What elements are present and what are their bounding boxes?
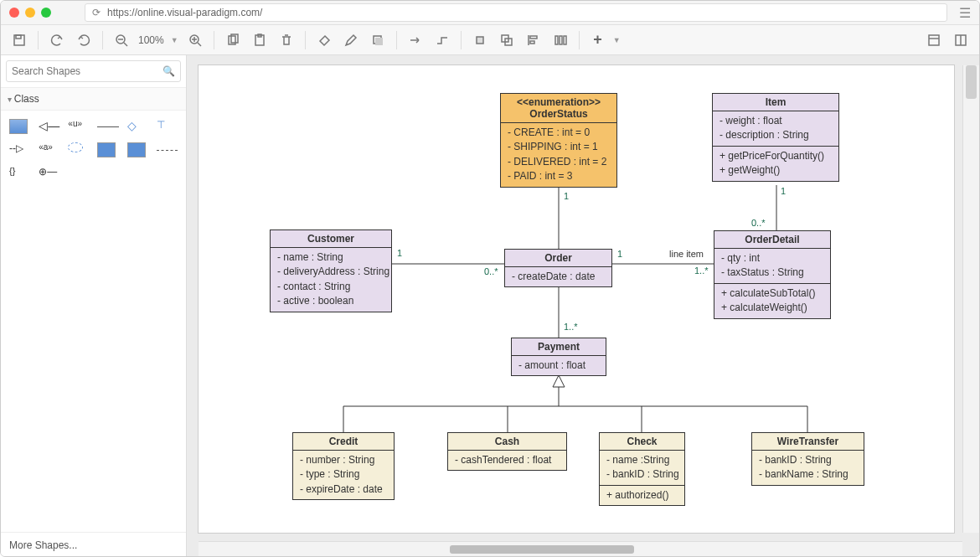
- class-credit[interactable]: Credit - number : String- type : String-…: [292, 432, 395, 500]
- shape-anchor[interactable]: [157, 150, 178, 151]
- copy-icon: [226, 34, 240, 47]
- trash-icon: [280, 34, 293, 47]
- class-orderdetail[interactable]: OrderDetail - qty : int- taxStatus : Str…: [714, 230, 831, 319]
- svg-rect-23: [560, 36, 562, 44]
- multiplicity-order-from-customer: 0..*: [484, 266, 498, 276]
- format-panel-button[interactable]: [922, 28, 946, 52]
- class-wiretransfer[interactable]: WireTransfer - bankID : String- bankName…: [751, 432, 864, 486]
- shapes-sidebar: 🔍 Class ◁— «u» ◇ ⊤ --▷ «a» {} ⊕— More Sh…: [1, 55, 187, 557]
- class-check[interactable]: Check - name :String- bankID : String + …: [599, 432, 685, 506]
- delete-button[interactable]: [275, 28, 298, 52]
- category-header-class[interactable]: Class: [1, 88, 186, 111]
- url-text: https://online.visual-paradigm.com/: [107, 7, 262, 18]
- svg-rect-16: [477, 37, 483, 44]
- pencil-icon: [344, 34, 358, 47]
- search-shapes: 🔍: [1, 55, 186, 88]
- assoc-label-lineitem: line item: [669, 249, 704, 259]
- back-button[interactable]: [495, 28, 518, 52]
- svg-line-3: [124, 43, 127, 46]
- svg-rect-24: [564, 36, 566, 44]
- align-button[interactable]: [522, 28, 545, 52]
- multiplicity-customer: 1: [397, 248, 402, 258]
- shape-note[interactable]: [127, 142, 146, 157]
- zoom-in-icon: [188, 34, 202, 47]
- class-payment[interactable]: Payment - amount : float: [511, 338, 606, 376]
- app-menu-icon[interactable]: ☰: [959, 5, 971, 21]
- waypoint-button[interactable]: [431, 28, 454, 52]
- multiplicity-detail-from-order: 1..*: [694, 266, 709, 276]
- window-controls: [9, 8, 51, 18]
- save-button[interactable]: [8, 28, 31, 52]
- multiplicity-item: 1: [781, 186, 786, 196]
- scrollbar-thumb-vertical[interactable]: [966, 65, 977, 99]
- close-window-button[interactable]: [9, 8, 19, 18]
- svg-rect-1: [16, 35, 21, 39]
- reload-icon[interactable]: ⟳: [92, 7, 101, 18]
- horizontal-scrollbar[interactable]: [199, 541, 962, 557]
- shape-nary[interactable]: ⊤: [157, 119, 178, 134]
- zoom-level[interactable]: 100%: [137, 34, 166, 46]
- shape-usage[interactable]: «u»: [68, 119, 89, 134]
- undo-icon: [50, 34, 64, 47]
- svg-rect-22: [555, 36, 558, 44]
- shape-abstraction[interactable]: «a»: [39, 142, 59, 157]
- search-icon[interactable]: 🔍: [162, 65, 175, 77]
- shape-association[interactable]: [97, 126, 118, 127]
- scrollbar-thumb-horizontal[interactable]: [450, 545, 634, 554]
- class-orderstatus[interactable]: <<enumeration>> OrderStatus - CREATE : i…: [500, 93, 617, 188]
- paint-bucket-icon: [317, 34, 331, 47]
- paste-button[interactable]: [248, 28, 271, 52]
- window-titlebar: ⟳ https://online.visual-paradigm.com/ ☰: [1, 1, 979, 25]
- add-button[interactable]: +: [586, 28, 610, 52]
- paste-icon: [253, 34, 266, 47]
- front-button[interactable]: [468, 28, 492, 52]
- shape-palette: ◁— «u» ◇ ⊤ --▷ «a» {} ⊕—: [1, 111, 186, 186]
- shape-dependency[interactable]: --▷: [9, 142, 30, 157]
- connection-button[interactable]: [404, 28, 427, 52]
- add-dropdown-icon[interactable]: ▼: [613, 36, 621, 44]
- zoom-in-button[interactable]: [183, 28, 207, 52]
- outline-panel-button[interactable]: [949, 28, 972, 52]
- fill-color-button[interactable]: [312, 28, 336, 52]
- shape-collaboration[interactable]: [68, 142, 83, 152]
- zoom-dropdown-icon[interactable]: ▼: [169, 36, 180, 44]
- zoom-out-button[interactable]: [110, 28, 133, 52]
- shape-constraint[interactable]: {}: [9, 166, 30, 178]
- outline-icon: [954, 34, 967, 47]
- diagram-canvas[interactable]: 1 0..* 1 1 line item 1..* 0..* 1 1..* <<…: [199, 65, 954, 533]
- vertical-scrollbar[interactable]: [962, 65, 979, 533]
- svg-rect-14: [375, 38, 383, 45]
- shape-class[interactable]: [9, 119, 28, 134]
- distribute-button[interactable]: [549, 28, 572, 52]
- shape-containment[interactable]: ⊕—: [39, 166, 59, 178]
- shape-package[interactable]: [97, 142, 116, 157]
- minimize-window-button[interactable]: [25, 8, 35, 18]
- svg-rect-20: [530, 36, 537, 39]
- address-bar[interactable]: ⟳ https://online.visual-paradigm.com/: [85, 3, 947, 22]
- multiplicity-order-to-detail: 1: [617, 249, 622, 259]
- distribute-icon: [554, 34, 567, 47]
- more-shapes-link[interactable]: More Shapes...: [1, 532, 186, 557]
- class-item[interactable]: Item - weight : float- description : Str…: [712, 93, 839, 182]
- redo-button[interactable]: [72, 28, 95, 52]
- maximize-window-button[interactable]: [41, 8, 51, 18]
- svg-line-6: [198, 43, 201, 46]
- redo-icon: [77, 34, 90, 47]
- shape-generalization[interactable]: ◁—: [39, 119, 59, 134]
- shadow-button[interactable]: [366, 28, 389, 52]
- class-cash[interactable]: Cash - cashTendered : float: [447, 432, 567, 471]
- zoom-out-icon: [115, 34, 128, 47]
- shadow-icon: [371, 34, 384, 47]
- toolbar: 100% ▼ + ▼: [1, 25, 979, 55]
- class-customer[interactable]: Customer - name : String- deliveryAddres…: [270, 230, 392, 312]
- multiplicity-payment: 1..*: [564, 322, 578, 332]
- to-back-icon: [500, 34, 513, 47]
- canvas-area: 1 0..* 1 1 line item 1..* 0..* 1 1..* <<…: [187, 55, 979, 557]
- search-input[interactable]: [12, 65, 162, 77]
- copy-button[interactable]: [221, 28, 245, 52]
- shape-aggregation[interactable]: ◇: [127, 119, 148, 134]
- undo-button[interactable]: [45, 28, 69, 52]
- stroke-color-button[interactable]: [339, 28, 363, 52]
- svg-marker-35: [553, 375, 565, 387]
- class-order[interactable]: Order - createDate : date: [504, 249, 612, 287]
